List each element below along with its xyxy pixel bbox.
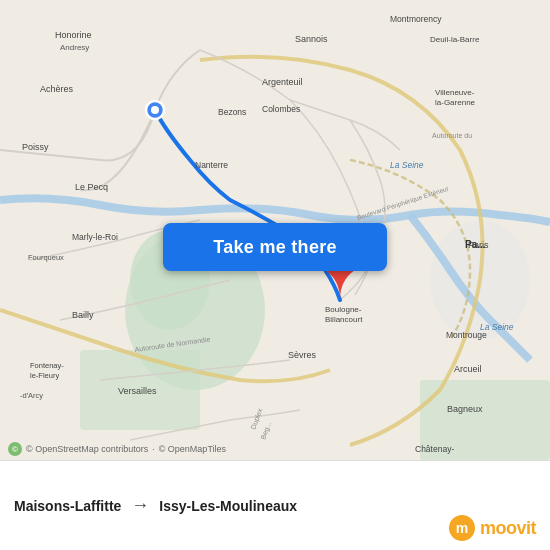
attribution-text2: © OpenMapTiles [159, 444, 226, 454]
svg-text:-d'Arcy: -d'Arcy [20, 391, 43, 400]
osm-logo: © [8, 442, 22, 456]
svg-text:Colombes: Colombes [262, 104, 300, 114]
attribution-sep: · [152, 444, 155, 454]
moovit-brand-text: moovit [480, 518, 536, 539]
route-info: Maisons-Laffitte → Issy-Les-Moulineaux [14, 495, 536, 516]
bottom-bar: Maisons-Laffitte → Issy-Les-Moulineaux m… [0, 460, 550, 550]
svg-text:Fontenay-: Fontenay- [30, 361, 64, 370]
svg-text:Deuil-la-Barre: Deuil-la-Barre [430, 35, 480, 44]
arrow-icon: → [131, 495, 149, 516]
origin-label: Maisons-Laffitte [14, 498, 121, 514]
svg-text:La Seine: La Seine [390, 160, 424, 170]
svg-text:Montrouge: Montrouge [446, 330, 487, 340]
map-container: Honorine Andresy Achères Poissy Le Pecq … [0, 0, 550, 460]
take-me-there-button[interactable]: Take me there [163, 223, 387, 271]
svg-text:Argenteuil: Argenteuil [262, 77, 303, 87]
svg-text:Sannois: Sannois [295, 34, 328, 44]
svg-text:Sèvres: Sèvres [288, 350, 317, 360]
svg-text:Bailly: Bailly [72, 310, 94, 320]
svg-text:Marly-le-Roi: Marly-le-Roi [72, 232, 118, 242]
svg-text:Versailles: Versailles [118, 386, 157, 396]
svg-text:le-Fleury: le-Fleury [30, 371, 59, 380]
svg-text:Autoroute du: Autoroute du [432, 132, 472, 139]
svg-text:Boulogne-: Boulogne- [325, 305, 362, 314]
svg-text:Fourqueux: Fourqueux [28, 253, 64, 262]
svg-text:Villeneuve-: Villeneuve- [435, 88, 475, 97]
svg-text:Poissy: Poissy [22, 142, 49, 152]
svg-text:Honorine: Honorine [55, 30, 92, 40]
svg-text:Bezons: Bezons [218, 107, 246, 117]
svg-text:Billancourt: Billancourt [325, 315, 363, 324]
svg-text:Achères: Achères [40, 84, 74, 94]
svg-text:Montmorency: Montmorency [390, 14, 442, 24]
take-me-there-label: Take me there [213, 237, 337, 258]
svg-text:Châtenay-: Châtenay- [415, 444, 454, 454]
svg-point-44 [151, 106, 159, 114]
svg-text:Paris: Paris [468, 240, 489, 250]
map-attribution: © © OpenStreetMap contributors · © OpenM… [8, 442, 226, 456]
svg-text:Bagneux: Bagneux [447, 404, 483, 414]
attribution-text1: © OpenStreetMap contributors [26, 444, 148, 454]
svg-text:Le Pecq: Le Pecq [75, 182, 108, 192]
svg-text:Arcueil: Arcueil [454, 364, 482, 374]
svg-text:m: m [456, 520, 468, 536]
svg-text:Nanterre: Nanterre [195, 160, 228, 170]
app: Honorine Andresy Achères Poissy Le Pecq … [0, 0, 550, 550]
moovit-icon: m [448, 514, 476, 542]
destination-label: Issy-Les-Moulineaux [159, 498, 297, 514]
moovit-logo: m moovit [448, 514, 536, 542]
svg-text:Andresy: Andresy [60, 43, 89, 52]
svg-text:la-Garenne: la-Garenne [435, 98, 476, 107]
